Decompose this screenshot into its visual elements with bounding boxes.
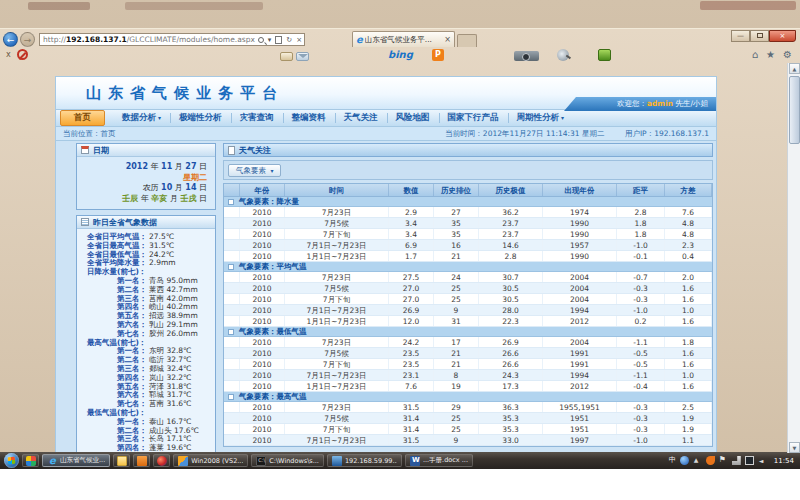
taskbar-button-app[interactable] <box>133 454 150 467</box>
table-row: 20107月1日~7月23日6.91614.61957-1.02.3 <box>224 240 712 251</box>
collapse-toggle[interactable] <box>228 264 234 270</box>
favorites-star-icon[interactable]: ★ <box>766 49 775 61</box>
collapse-toggle[interactable] <box>228 199 234 205</box>
green-addon-icon[interactable] <box>598 49 611 61</box>
bing-logo[interactable]: bing <box>388 49 413 60</box>
calendar-panel: 日期 2012 年 11 月 27 日星期二农历 10 月 14 日壬辰 年 辛… <box>76 143 216 210</box>
compatibility-view-icon[interactable] <box>275 36 282 44</box>
browser-toolbar: x bing P ⌂ ★ ⚙ <box>0 47 800 63</box>
column-header: 年份 <box>240 184 285 196</box>
taskbar-button-folder[interactable] <box>113 454 130 467</box>
nav-item-9[interactable]: 周期性分析▾ <box>508 110 574 126</box>
taskbar-button-ie[interactable]: 山东省气候业... <box>42 454 110 467</box>
taskbar-button-vm[interactable]: Win2008 (VS2... <box>173 454 248 467</box>
table-row: 20107月下旬3.43523.719901.84.8 <box>224 229 712 240</box>
table-row: 20101月1日~7月23日12.03122.320120.21.6 <box>224 316 712 327</box>
ie-icon: e <box>356 35 363 45</box>
toolbar-close-x-icon[interactable]: x <box>6 50 11 59</box>
browser-back-button[interactable]: ← <box>3 32 18 47</box>
tab-close-icon[interactable]: × <box>444 35 451 44</box>
nav-item-3[interactable]: 极端性分析 <box>170 110 231 126</box>
minimize-button[interactable]: — <box>731 30 750 42</box>
refresh-icon[interactable]: ↻ <box>286 36 292 44</box>
home-icon[interactable]: ⌂ <box>752 49 758 61</box>
nav-item-8[interactable]: 国家下行产品 <box>439 110 508 126</box>
collapse-toggle[interactable] <box>228 394 234 400</box>
taskbar-button-media[interactable] <box>153 454 170 467</box>
nav-item-7[interactable]: 风险地图 <box>387 110 439 126</box>
list-icon <box>81 218 89 226</box>
page-shell: 山东省气候业务平台 欢迎您：admin 先生/小姐 首页数据分析▾极端性分析灾害… <box>55 76 717 453</box>
flag-icon[interactable] <box>719 456 728 465</box>
table-header-row: 年份时间数值历史排位历史极值出现年份距平方差 <box>224 184 712 197</box>
url-scheme: http:// <box>43 35 66 44</box>
rdp-icon <box>332 456 342 466</box>
column-header: 历史排位 <box>434 184 479 196</box>
bird-icon[interactable] <box>706 456 715 465</box>
new-tab-button[interactable] <box>457 34 477 47</box>
settings-gear-icon[interactable]: ⚙ <box>783 49 792 61</box>
column-header: 出现年份 <box>543 184 617 196</box>
taskbar-button-grid[interactable] <box>22 454 39 467</box>
calendar-line: 农历 10 月 14 日 <box>81 183 207 194</box>
nav-item-6[interactable]: 天气关注 <box>335 110 387 126</box>
search-icon[interactable] <box>258 37 264 43</box>
maximize-button[interactable] <box>750 30 769 42</box>
nav-item-1[interactable]: 首页 <box>60 110 105 126</box>
globe-icon[interactable] <box>680 456 689 465</box>
section-title: 气象要素：平均气温 <box>239 262 307 272</box>
calendar-line: 壬辰 年 辛亥 月 壬戌 日 <box>81 194 207 205</box>
scroll-down-icon[interactable]: ▼ <box>789 442 800 453</box>
camera-addon-icon[interactable] <box>514 51 539 61</box>
sidebar: 日期 2012 年 11 月 27 日星期二农历 10 月 14 日壬辰 年 辛… <box>76 143 216 453</box>
blocked-addon-icon[interactable] <box>17 49 28 60</box>
pc-icon[interactable] <box>745 456 754 465</box>
element-filter-button[interactable]: 气象要素 ▾ <box>228 164 281 177</box>
nav-item-5[interactable]: 整编资料 <box>283 110 335 126</box>
start-button[interactable] <box>4 453 19 468</box>
main-panel: 天气关注 气象要素 ▾ 年份时间数值历史排位历史极值出现年份距平方差 气象要素：… <box>223 143 713 447</box>
table-row: 20107月23日2.92736.219742.87.6 <box>224 207 712 218</box>
taskbar-button-rdp[interactable]: 192.168.59.99... <box>327 454 402 467</box>
windows-logo-icon <box>8 457 16 465</box>
main-nav: 首页数据分析▾极端性分析灾害查询整编资料天气关注风险地图国家下行产品周期性分析▾ <box>55 109 717 127</box>
table-row: 20107月下旬23.52126.61991-0.51.6 <box>224 359 712 370</box>
screen: ← → http://192.168.137.1/GLCCLIMATE/modu… <box>0 0 800 500</box>
taskbar-button-word[interactable]: ...手册.docx ... <box>405 454 473 467</box>
table-row: 20107月下旬27.02530.52004-0.31.6 <box>224 294 712 305</box>
taskbar-button-cmd[interactable]: C:\Windows\s... <box>251 454 324 467</box>
element-section-row: 气象要素：降水量 <box>224 197 712 207</box>
element-section-row: 气象要素：平均气温 <box>224 262 712 272</box>
mail-addon-icon[interactable] <box>296 52 309 61</box>
vol-icon[interactable] <box>758 456 767 465</box>
browser-tab[interactable]: e 山东省气候业务平... × <box>352 31 455 47</box>
up-icon[interactable] <box>693 456 702 465</box>
scrollbar-thumb[interactable] <box>789 76 800 144</box>
page-icon <box>228 146 235 155</box>
nav-item-4[interactable]: 灾害查询 <box>231 110 283 126</box>
page-title: 山东省气候业务平台 <box>86 84 284 103</box>
close-button[interactable]: × <box>769 30 796 42</box>
collapse-toggle[interactable] <box>228 329 234 335</box>
main-panel-header: 天气关注 <box>223 143 713 157</box>
card-addon-icon[interactable] <box>280 52 293 61</box>
scroll-up-icon[interactable]: ▲ <box>789 63 800 74</box>
table-body: 气象要素：降水量20107月23日2.92736.219742.87.62010… <box>224 197 712 446</box>
address-bar[interactable]: http://192.168.137.1/GLCCLIMATE/modules/… <box>39 33 305 46</box>
stop-icon[interactable]: × <box>296 36 302 44</box>
calendar-line: 2012 年 11 月 27 日 <box>81 162 207 173</box>
orange-addon-icon[interactable]: P <box>432 49 444 61</box>
table-row: 20107月1日~7月23日26.9928.01994-1.01.0 <box>224 305 712 316</box>
ime-language-indicator[interactable]: 中 <box>669 456 676 465</box>
taskbar-clock[interactable]: 11:54 <box>774 457 794 465</box>
chevron-down-icon[interactable]: ▾ <box>268 36 272 44</box>
column-header: 数值 <box>389 184 434 196</box>
browser-forward-button[interactable]: → <box>20 32 35 47</box>
column-header: 时间 <box>285 184 389 196</box>
net-icon[interactable] <box>732 456 741 465</box>
site-header: 山东省气候业务平台 欢迎您：admin 先生/小姐 <box>55 76 717 109</box>
cmd-icon <box>256 456 266 466</box>
vertical-scrollbar[interactable]: ▲ ▼ <box>787 63 800 453</box>
antenna-addon-icon[interactable] <box>557 49 569 61</box>
nav-item-2[interactable]: 数据分析▾ <box>113 110 170 126</box>
